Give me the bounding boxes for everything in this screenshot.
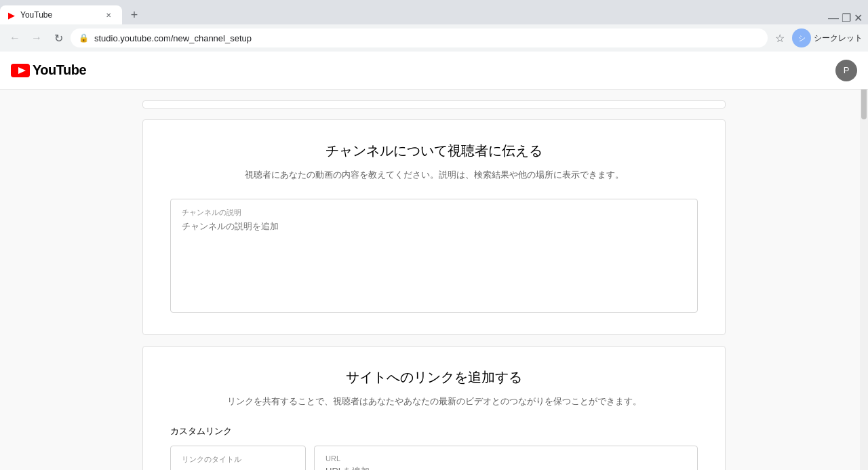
- bookmark-button[interactable]: ☆: [770, 28, 789, 47]
- profile-name: シークレット: [814, 33, 863, 44]
- url-field: URL: [314, 446, 698, 470]
- back-button[interactable]: ←: [5, 28, 24, 47]
- youtube-logo-text: YouTube: [33, 62, 86, 78]
- youtube-header: YouTube P: [0, 52, 868, 90]
- description-card-text: 視聴者にあなたの動画の内容を教えてください。説明は、検索結果や他の場所に表示でき…: [170, 168, 698, 182]
- scrollbar[interactable]: [860, 52, 868, 470]
- tab-close-button[interactable]: ✕: [103, 9, 114, 20]
- links-card: サイトへのリンクを追加する リンクを共有することで、視聴者はあなたやあなたの最新…: [142, 346, 726, 470]
- address-bar[interactable]: 🔒 studio.youtube.com/new_channel_setup: [71, 28, 768, 47]
- description-textarea[interactable]: [182, 220, 686, 302]
- lock-icon: 🔒: [79, 33, 89, 43]
- tab-favicon: ▶: [8, 10, 15, 20]
- link-title-input[interactable]: 自分のウェブサイト: [182, 468, 294, 470]
- link-title-label: リンクのタイトル: [182, 454, 294, 465]
- top-partial-card: [142, 100, 726, 109]
- description-card: チャンネルについて視聴者に伝える 視聴者にあなたの動画の内容を教えてください。説…: [142, 119, 726, 335]
- description-field-wrapper: チャンネルの説明: [170, 199, 698, 313]
- user-avatar[interactable]: P: [835, 60, 857, 81]
- browser-toolbar: ← → ↻ 🔒 studio.youtube.com/new_channel_s…: [0, 24, 868, 52]
- header-right: P: [835, 60, 857, 81]
- new-tab-button[interactable]: +: [125, 5, 144, 24]
- toolbar-right: ☆ シ シークレット: [770, 28, 863, 47]
- youtube-logo[interactable]: YouTube: [11, 62, 86, 78]
- link-title-field: リンクのタイトル 自分のウェブサイト: [170, 446, 306, 470]
- browser-tab[interactable]: ▶ YouTube ✕: [0, 5, 122, 24]
- custom-link-label: カスタムリンク: [170, 425, 698, 437]
- browser-chrome: ▶ YouTube ✕ + — ❐ ✕ ← → ↻ 🔒 studio.youtu…: [0, 0, 868, 52]
- address-text: studio.youtube.com/new_channel_setup: [94, 33, 760, 43]
- url-field-label: URL: [326, 454, 686, 463]
- forward-button[interactable]: →: [27, 28, 46, 47]
- tab-title: YouTube: [20, 10, 98, 20]
- refresh-button[interactable]: ↻: [49, 28, 68, 47]
- description-field-label: チャンネルの説明: [182, 208, 686, 218]
- browser-profile-button[interactable]: シ: [792, 28, 811, 47]
- links-card-description: リンクを共有することで、視聴者はあなたやあなたの最新のビデオとのつながりを保つこ…: [170, 395, 698, 409]
- youtube-icon: [11, 64, 30, 77]
- close-button[interactable]: ✕: [854, 12, 863, 24]
- url-input[interactable]: [326, 466, 686, 470]
- window-controls: — ❐ ✕: [828, 12, 868, 24]
- description-card-title: チャンネルについて視聴者に伝える: [170, 142, 698, 160]
- profile-letter: シ: [798, 33, 806, 43]
- restore-button[interactable]: ❐: [842, 12, 851, 24]
- minimize-button[interactable]: —: [828, 12, 839, 24]
- page-content: チャンネルについて視聴者に伝える 視聴者にあなたの動画の内容を教えてください。説…: [0, 90, 868, 470]
- custom-link-row: リンクのタイトル 自分のウェブサイト URL: [170, 446, 698, 470]
- links-card-title: サイトへのリンクを追加する: [170, 368, 698, 387]
- content-wrapper: チャンネルについて視聴者に伝える 視聴者にあなたの動画の内容を教えてください。説…: [129, 90, 739, 470]
- avatar-letter: P: [844, 65, 850, 75]
